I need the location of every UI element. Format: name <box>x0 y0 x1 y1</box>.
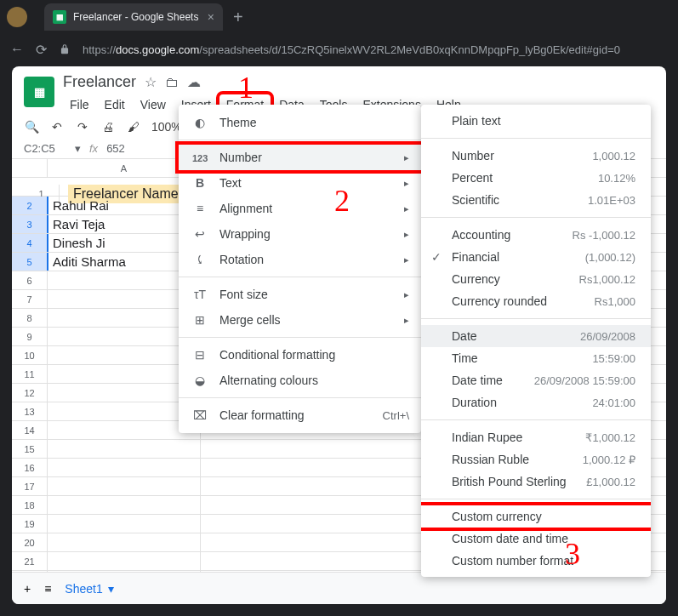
cell[interactable]: Ravi Teja <box>48 215 201 233</box>
row-header[interactable]: 10 <box>12 346 48 364</box>
format-duration[interactable]: Duration24:01:00 <box>421 391 651 414</box>
name-box-dropdown-icon[interactable]: ▾ <box>75 142 81 155</box>
redo-icon[interactable]: ↷ <box>75 120 90 134</box>
cell[interactable] <box>48 515 201 533</box>
cell[interactable] <box>48 440 201 458</box>
print-icon[interactable]: 🖨 <box>100 120 116 134</box>
doc-title[interactable]: Freelancer <box>63 73 136 91</box>
annotation-3: 3 <box>565 536 580 572</box>
new-tab-button[interactable]: + <box>233 8 243 27</box>
undo-icon[interactable]: ↶ <box>49 120 65 134</box>
row-header[interactable]: 14 <box>12 421 48 439</box>
row-header[interactable]: 5 <box>12 253 48 271</box>
format-plain-text[interactable]: Plain text <box>421 110 651 132</box>
menu-conditional-formatting[interactable]: ⊟Conditional formatting <box>179 342 421 368</box>
menu-theme[interactable]: ◐Theme <box>179 110 421 135</box>
format-currency[interactable]: CurrencyRs1,000.12 <box>421 268 651 290</box>
menu-number[interactable]: 123Number <box>179 145 421 170</box>
cell[interactable] <box>48 309 201 327</box>
cell[interactable] <box>48 365 201 383</box>
row-header[interactable]: 18 <box>12 496 48 514</box>
cell[interactable] <box>48 552 201 570</box>
row-header[interactable]: 9 <box>12 328 48 345</box>
menu-alignment[interactable]: ≡Alignment <box>179 196 421 221</box>
cell[interactable] <box>48 421 201 439</box>
cell[interactable] <box>48 384 201 402</box>
format-custom-date-time[interactable]: Custom date and time <box>421 528 651 550</box>
cloud-icon[interactable]: ☁ <box>187 74 201 90</box>
cell[interactable]: Rahul Rai <box>48 197 201 214</box>
browser-tab[interactable]: ▦ Freelancer - Google Sheets × <box>44 3 223 31</box>
row-header[interactable]: 6 <box>12 271 48 289</box>
cell[interactable] <box>48 533 201 551</box>
format-custom-currency[interactable]: Custom currency <box>421 505 651 528</box>
cell[interactable] <box>48 402 201 420</box>
menu-edit[interactable]: Edit <box>98 94 132 115</box>
cell[interactable] <box>48 346 201 364</box>
menu-alternating-colours[interactable]: ◒Alternating colours <box>179 368 421 393</box>
format-accounting[interactable]: AccountingRs -1,000.12 <box>421 224 651 246</box>
format-british-pound[interactable]: British Pound Sterling£1,000.12 <box>421 471 651 493</box>
cell[interactable] <box>48 459 201 476</box>
row-header[interactable]: 8 <box>12 309 48 327</box>
menu-clear-formatting[interactable]: ⌧Clear formattingCtrl+\ <box>179 402 421 428</box>
add-sheet-button[interactable]: + <box>24 582 31 596</box>
row-header[interactable]: 2 <box>12 197 48 214</box>
row-header[interactable]: 13 <box>12 402 48 420</box>
format-scientific[interactable]: Scientific1.01E+03 <box>421 189 651 211</box>
row-header[interactable]: 20 <box>12 533 48 551</box>
format-financial[interactable]: Financial(1,000.12) <box>421 246 651 268</box>
format-datetime[interactable]: Date time26/09/2008 15:59:00 <box>421 369 651 391</box>
format-percent[interactable]: Percent10.12% <box>421 167 651 189</box>
row-header[interactable]: 11 <box>12 365 48 383</box>
row-header[interactable]: 15 <box>12 440 48 458</box>
format-number[interactable]: Number1,000.12 <box>421 145 651 167</box>
menu-view[interactable]: View <box>134 94 173 115</box>
menu-file[interactable]: File <box>63 94 96 115</box>
format-indian-rupee[interactable]: Indian Rupee₹1,000.12 <box>421 426 651 448</box>
close-tab-icon[interactable]: × <box>208 10 214 24</box>
cell[interactable] <box>48 271 201 289</box>
format-currency-rounded[interactable]: Currency roundedRs1,000 <box>421 290 651 312</box>
row-header[interactable]: 4 <box>12 234 48 252</box>
cell[interactable] <box>48 290 201 308</box>
rotation-icon: ⤹ <box>192 253 208 266</box>
move-icon[interactable]: 🗀 <box>165 75 179 90</box>
row-header[interactable]: 7 <box>12 290 48 308</box>
format-russian-ruble[interactable]: Russian Ruble1,000.12 ₽ <box>421 448 651 471</box>
format-date[interactable]: Date26/09/2008 <box>421 325 651 347</box>
reload-icon[interactable]: ⟳ <box>36 42 47 58</box>
cell[interactable] <box>48 477 201 495</box>
cell[interactable]: Dinesh Ji <box>48 234 201 252</box>
row-header[interactable]: 16 <box>12 459 48 476</box>
cell[interactable] <box>48 328 201 345</box>
sheet-tab-dropdown-icon[interactable]: ▾ <box>108 582 114 596</box>
address-bar[interactable]: https://docs.google.com/spreadsheets/d/1… <box>83 43 620 56</box>
paint-format-icon[interactable]: 🖌 <box>126 120 141 134</box>
menu-rotation[interactable]: ⤹Rotation <box>179 247 421 272</box>
row-header[interactable]: 3 <box>12 215 48 233</box>
profile-avatar[interactable] <box>7 7 27 27</box>
format-custom-number[interactable]: Custom number format <box>421 550 651 572</box>
cell[interactable]: Aditi Sharma <box>48 253 201 271</box>
name-box[interactable]: C2:C5 <box>24 142 66 155</box>
star-icon[interactable]: ☆ <box>145 74 157 90</box>
menu-merge-cells[interactable]: ⊞Merge cells <box>179 307 421 333</box>
zoom-select[interactable]: 100% <box>151 120 182 134</box>
menu-text[interactable]: BText <box>179 170 421 196</box>
select-all-corner[interactable] <box>12 159 48 177</box>
format-time[interactable]: Time15:59:00 <box>421 347 651 369</box>
column-header-a[interactable]: A <box>48 159 201 177</box>
sheet-tab[interactable]: Sheet1 ▾ <box>65 582 113 596</box>
formula-bar[interactable]: 652 <box>106 142 125 155</box>
row-header[interactable]: 21 <box>12 552 48 570</box>
all-sheets-button[interactable]: ≡ <box>44 582 51 596</box>
cell[interactable] <box>48 496 201 514</box>
row-header[interactable]: 19 <box>12 515 48 533</box>
menu-wrapping[interactable]: ↩Wrapping <box>179 221 421 247</box>
row-header[interactable]: 17 <box>12 477 48 495</box>
row-header[interactable]: 12 <box>12 384 48 402</box>
back-icon[interactable]: ← <box>10 42 24 57</box>
menu-font-size[interactable]: τTFont size <box>179 282 421 307</box>
search-icon[interactable]: 🔍 <box>24 120 39 134</box>
